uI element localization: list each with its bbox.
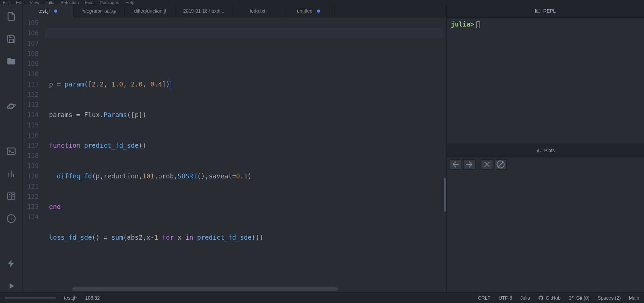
menu-packages[interactable]: Packages — [100, 0, 119, 5]
barchart-small-icon — [536, 148, 541, 153]
code-line — [49, 48, 446, 59]
repl-header[interactable]: REPL — [447, 4, 644, 18]
activity-bar — [0, 4, 22, 292]
status-cursor-pos[interactable]: 106:32 — [85, 295, 100, 301]
barchart-icon[interactable] — [6, 169, 16, 178]
bolt-icon[interactable] — [6, 259, 16, 268]
text-cursor — [171, 81, 171, 89]
tab-untitled[interactable]: untitled — [283, 4, 334, 18]
status-language[interactable]: Julia — [520, 295, 530, 301]
terminal-small-icon — [535, 8, 540, 14]
plots-next-button[interactable] — [463, 159, 475, 170]
folder-icon[interactable] — [6, 57, 16, 66]
modified-dot-icon — [317, 10, 320, 13]
plots-toolbar — [447, 157, 644, 172]
code-line: end — [49, 202, 446, 212]
menu-selection[interactable]: Selection — [61, 0, 79, 5]
horizontal-scrollbar[interactable] — [72, 287, 338, 291]
status-encoding[interactable]: UTF-8 — [499, 295, 512, 301]
code-area[interactable]: p = param([2.2, 1.0, 2.0, 0.4]) params =… — [45, 18, 446, 292]
status-branch[interactable]: Main — [629, 295, 639, 301]
code-line: loss_fd_sde() = sum(abs2,x-1 for x in pr… — [49, 232, 446, 242]
editor-column: test.jl integrator_utils.jl diffeqfuncti… — [22, 4, 446, 292]
repl-prompt: julia> — [451, 20, 474, 28]
repl-title: REPL — [543, 8, 556, 14]
github-icon — [538, 295, 544, 301]
code-line: params = Flux.Params([p]) — [49, 110, 446, 120]
svg-rect-16 — [536, 9, 540, 13]
tab-integrator-utils[interactable]: integrator_utils.jl — [74, 4, 125, 18]
vertical-scrollbar[interactable] — [444, 178, 446, 212]
svg-point-26 — [572, 296, 574, 297]
menu-find[interactable]: Find — [85, 0, 94, 5]
plots-prev-button[interactable] — [450, 159, 462, 170]
repl-cursor — [476, 21, 480, 28]
play-icon[interactable] — [6, 281, 16, 291]
svg-point-24 — [570, 296, 571, 297]
modified-dot-icon — [54, 10, 57, 13]
active-line-highlight — [45, 28, 442, 38]
code-line — [49, 263, 446, 273]
plots-body — [447, 172, 644, 292]
plots-header[interactable]: Plots — [447, 144, 644, 157]
plots-close-button[interactable] — [481, 159, 493, 170]
menu-julia[interactable]: Julia — [45, 0, 54, 5]
plots-title: Plots — [544, 148, 555, 153]
menubar: File Edit View Julia Selection Find Pack… — [0, 0, 644, 4]
tab-bar: test.jl integrator_utils.jl diffeqfuncti… — [22, 4, 446, 18]
editor-body[interactable]: 1051061071081091101111121131141151161171… — [22, 18, 446, 292]
tab-fluxdi[interactable]: 2019-01-18-fluxdi... — [176, 4, 232, 18]
line-gutter: 1051061071081091101111121131141151161171… — [22, 18, 45, 292]
statusbar: test.jl* 106:32 CRLF UTF-8 Julia GitHub … — [0, 292, 644, 303]
menu-view[interactable]: View — [30, 0, 39, 5]
info-icon[interactable] — [6, 214, 16, 223]
menu-help[interactable]: Help — [125, 0, 135, 5]
planet-icon[interactable] — [6, 101, 16, 111]
status-spaces[interactable]: Spaces (2) — [598, 295, 621, 301]
file-icon[interactable] — [6, 12, 16, 21]
code-line: diffeq_fd(p,reduction,101,prob,SOSRI(),s… — [49, 171, 446, 181]
plots-cancel-button[interactable] — [494, 159, 507, 170]
tab-todo[interactable]: todo.txt — [232, 4, 283, 18]
svg-rect-2 — [7, 148, 15, 155]
right-panel: REPL julia> Plots — [446, 4, 644, 292]
svg-point-25 — [570, 299, 571, 300]
code-line: function predict_fd_sde() — [49, 140, 446, 150]
book-icon[interactable] — [6, 191, 16, 201]
status-file[interactable]: test.jl* — [64, 295, 77, 301]
status-progress-track — [5, 297, 56, 299]
save-icon[interactable] — [6, 34, 16, 44]
svg-point-1 — [6, 103, 16, 109]
git-branch-icon — [569, 295, 574, 301]
status-eol[interactable]: CRLF — [478, 295, 490, 301]
terminal-icon[interactable] — [6, 146, 16, 156]
status-git[interactable]: Git (0) — [569, 295, 590, 301]
repl-body[interactable]: julia> — [447, 18, 644, 144]
menu-edit[interactable]: Edit — [16, 0, 23, 5]
svg-line-23 — [498, 162, 503, 167]
code-line: p = param([2.2, 1.0, 2.0, 0.4]) — [49, 79, 446, 89]
status-github[interactable]: GitHub — [538, 295, 561, 301]
tab-test[interactable]: test.jl — [22, 4, 74, 18]
tab-diffeqfunction[interactable]: diffeqfunction.jl — [125, 4, 176, 18]
menu-file[interactable]: File — [3, 0, 10, 5]
